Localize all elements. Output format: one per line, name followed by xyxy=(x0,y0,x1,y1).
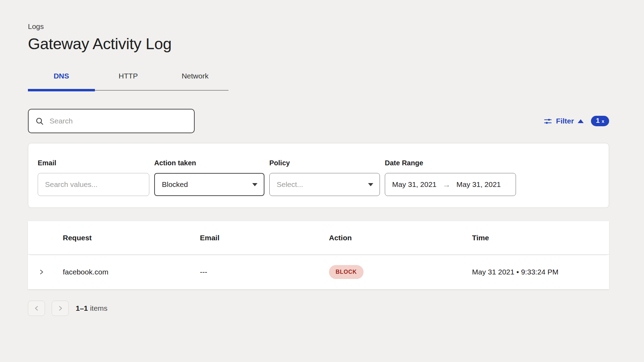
gateway-activity-log-page: Logs Gateway Activity Log DNS HTTP Netwo… xyxy=(28,0,609,316)
tab-http-label: HTTP xyxy=(119,72,138,80)
column-header-action: Action xyxy=(329,234,472,242)
search-box[interactable] xyxy=(28,109,195,133)
items-label: items xyxy=(90,304,107,312)
filter-count-badge[interactable]: 1 x xyxy=(591,116,609,126)
search-icon xyxy=(36,117,44,125)
chevron-down-icon xyxy=(252,183,257,186)
activity-log-table: Request Email Action Time facebook.com -… xyxy=(28,221,609,289)
action-taken-select[interactable]: Blocked xyxy=(154,173,264,196)
filter-group-policy: Policy Select... xyxy=(269,159,380,196)
filter-sliders-icon[interactable] xyxy=(544,117,552,126)
tab-network-label: Network xyxy=(182,72,209,80)
next-page-button[interactable] xyxy=(52,301,69,316)
tab-network[interactable]: Network xyxy=(162,72,229,91)
items-count: 1–1 items xyxy=(76,304,107,312)
pagination: 1–1 items xyxy=(28,301,609,316)
action-taken-filter-label: Action taken xyxy=(154,159,264,167)
filter-group-email: Email xyxy=(38,159,149,196)
policy-select[interactable]: Select... xyxy=(269,173,380,196)
filter-group-date-range: Date Range May 31, 2021 → May 31, 2021 xyxy=(385,159,516,196)
tab-http[interactable]: HTTP xyxy=(95,72,162,91)
active-tab-indicator xyxy=(28,89,95,91)
date-range-end[interactable]: May 31, 2021 xyxy=(456,180,501,189)
filter-clear-x[interactable]: x xyxy=(602,119,604,124)
chevron-down-icon xyxy=(368,183,373,186)
prev-page-button[interactable] xyxy=(28,301,45,316)
action-badge: BLOCK xyxy=(329,265,364,279)
column-header-request: Request xyxy=(63,234,200,242)
filter-count: 1 xyxy=(596,117,600,125)
chevron-right-icon xyxy=(38,269,45,275)
policy-filter-label: Policy xyxy=(269,159,380,167)
search-input[interactable] xyxy=(49,116,187,126)
breadcrumb: Logs xyxy=(28,22,609,31)
email-filter-field[interactable] xyxy=(38,173,149,196)
time-cell: May 31 2021 • 9:33:24 PM xyxy=(472,268,609,276)
date-range-start[interactable]: May 31, 2021 xyxy=(392,180,436,189)
filter-controls: Filter 1 x xyxy=(544,116,609,126)
request-cell: facebook.com xyxy=(63,268,200,276)
policy-placeholder: Select... xyxy=(277,180,303,189)
page-title: Gateway Activity Log xyxy=(28,35,609,53)
column-header-time: Time xyxy=(472,234,609,242)
email-filter-label: Email xyxy=(38,159,149,167)
filter-toggle-label[interactable]: Filter xyxy=(556,117,574,125)
table-row: facebook.com --- BLOCK May 31 2021 • 9:3… xyxy=(28,255,609,289)
chevron-right-icon xyxy=(57,305,63,311)
tab-dns-label: DNS xyxy=(54,72,69,80)
chevron-up-icon[interactable] xyxy=(578,119,584,123)
row-expander[interactable] xyxy=(28,269,63,275)
email-filter-input[interactable] xyxy=(38,173,149,196)
email-cell: --- xyxy=(200,268,329,276)
toolbar: Filter 1 x xyxy=(28,109,609,133)
column-header-email: Email xyxy=(200,234,329,242)
arrow-right-icon: → xyxy=(442,181,450,189)
filter-group-action-taken: Action taken Blocked xyxy=(154,159,264,196)
filter-panel: Email Action taken Blocked Policy Select… xyxy=(28,143,609,208)
table-header-row: Request Email Action Time xyxy=(28,221,609,255)
tab-dns[interactable]: DNS xyxy=(28,72,95,91)
items-range: 1–1 xyxy=(76,304,88,312)
action-taken-value: Blocked xyxy=(162,180,188,189)
date-range-filter-label: Date Range xyxy=(385,159,516,167)
date-range-picker[interactable]: May 31, 2021 → May 31, 2021 xyxy=(385,173,516,196)
tab-bar: DNS HTTP Network xyxy=(28,72,229,91)
chevron-left-icon xyxy=(33,305,40,311)
